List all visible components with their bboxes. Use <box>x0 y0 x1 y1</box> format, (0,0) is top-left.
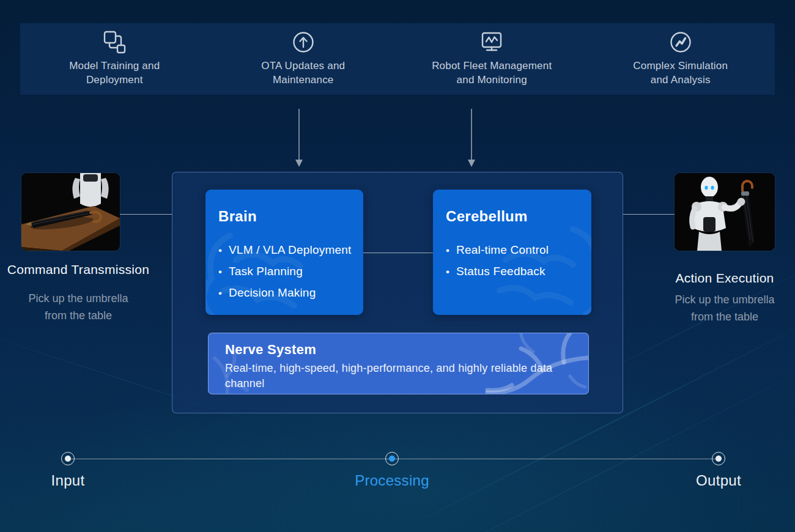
capability-label: Model Training and Deployment <box>69 59 160 87</box>
brain-title: Brain <box>218 208 363 225</box>
bullet-dot: • <box>446 262 456 283</box>
bullet-dot: • <box>218 240 229 261</box>
timeline-label-input: Input <box>31 472 105 489</box>
output-photo-robot-with-umbrella <box>675 173 775 251</box>
brain-bullet-list: •VLM / VLA Deployment •Task Planning •De… <box>218 240 363 304</box>
architecture-diagram: Model Training and Deployment OTA Update… <box>0 0 795 532</box>
capability-label: Complex Simulation and Analysis <box>633 59 728 87</box>
processing-panel: Brain •VLM / VLA Deployment •Task Planni… <box>172 172 623 413</box>
timeline-node-dot <box>716 456 722 462</box>
cerebellum-bullet-list: •Real-time Control •Status Feedback <box>446 240 591 283</box>
ota-update-icon <box>291 29 316 55</box>
cerebellum-bullet: •Status Feedback <box>446 261 591 283</box>
brain-bullet: •Task Planning <box>218 261 363 283</box>
simulation-analysis-icon <box>668 29 693 55</box>
bullet-dot: • <box>218 283 229 304</box>
output-stage-caption: Pick up the umbrella from the table <box>660 291 789 325</box>
input-stage-caption: Pick up the umbrella from the table <box>0 290 157 324</box>
cerebellum-title: Cerebellum <box>446 208 591 225</box>
timeline-label-processing: Processing <box>337 472 447 489</box>
capability-ota-updates: OTA Updates and Maintenance <box>209 23 398 95</box>
input-stage-title: Command Transmission <box>0 262 157 277</box>
fleet-monitor-icon <box>478 29 505 55</box>
timeline-node-output <box>712 452 725 465</box>
brain-bullet: •Decision Making <box>218 283 363 304</box>
brain-bullet: •VLM / VLA Deployment <box>218 240 363 261</box>
timeline-node-dot <box>65 456 71 462</box>
capability-model-training: Model Training and Deployment <box>20 23 209 95</box>
capability-simulation-analysis: Complex Simulation and Analysis <box>586 23 775 95</box>
timeline-node-processing <box>385 452 399 465</box>
down-arrow <box>467 109 476 168</box>
timeline-label-output: Output <box>682 472 755 489</box>
nerve-system-box: Nerve System Real-time, high-speed, high… <box>208 333 589 394</box>
down-arrow <box>295 109 303 168</box>
output-connector-line <box>623 214 675 215</box>
timeline-node-input <box>61 452 75 465</box>
bullet-dot: • <box>218 262 229 283</box>
brain-cerebellum-connector-line <box>363 253 433 253</box>
capability-fleet-management: Robot Fleet Management and Monitoring <box>398 23 586 95</box>
timeline-node-dot <box>389 456 395 462</box>
cerebellum-bullet: •Real-time Control <box>446 240 591 261</box>
model-training-icon <box>102 29 127 55</box>
cerebellum-card: Cerebellum •Real-time Control •Status Fe… <box>433 190 591 315</box>
capability-bar: Model Training and Deployment OTA Update… <box>20 23 775 95</box>
input-connector-line <box>120 214 172 215</box>
output-stage-title: Action Execution <box>660 271 789 286</box>
nerve-system-description: Real-time, high-speed, high-performance,… <box>225 361 577 391</box>
bullet-dot: • <box>446 240 456 261</box>
nerve-system-title: Nerve System <box>225 342 588 358</box>
capability-label: Robot Fleet Management and Monitoring <box>432 59 552 87</box>
capability-label: OTA Updates and Maintenance <box>261 59 345 87</box>
brain-card: Brain •VLM / VLA Deployment •Task Planni… <box>205 190 363 315</box>
input-photo-umbrella-on-table <box>21 173 120 251</box>
